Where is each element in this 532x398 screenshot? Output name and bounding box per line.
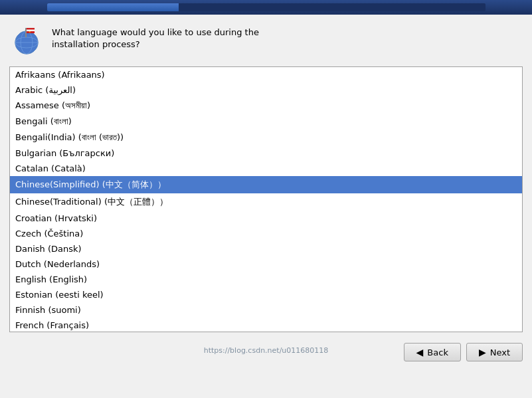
language-item[interactable]: Estonian (eesti keel) xyxy=(10,287,522,302)
language-item[interactable]: Czech (Čeština) xyxy=(10,226,522,241)
back-icon: ◀ xyxy=(416,347,424,357)
next-button[interactable]: ▶ Next xyxy=(466,343,523,361)
next-icon: ▶ xyxy=(479,347,486,357)
top-progress-bar xyxy=(0,0,532,15)
language-item[interactable]: Afrikaans (Afrikaans) xyxy=(10,67,522,82)
language-item[interactable]: Danish (Dansk) xyxy=(10,241,522,256)
language-list[interactable]: Afrikaans (Afrikaans)Arabic (العربية)Ass… xyxy=(10,67,522,332)
language-item[interactable]: Assamese (অসমীয়া) xyxy=(10,98,522,114)
back-label: Back xyxy=(427,348,448,357)
language-item[interactable]: Croatian (Hrvatski) xyxy=(10,211,522,226)
language-item[interactable]: Catalan (Català) xyxy=(10,161,522,176)
language-item[interactable]: French (Français) xyxy=(10,318,522,332)
header-question: What language would you like to use duri… xyxy=(52,24,259,50)
watermark: https://blog.csdn.net/u011680118 xyxy=(204,346,329,355)
language-item[interactable]: Finnish (suomi) xyxy=(10,302,522,318)
language-item[interactable]: Chinese(Simplified) (中文（简体）） xyxy=(10,176,522,193)
next-label: Next xyxy=(490,348,510,357)
language-item[interactable]: Bengali (বাংলা) xyxy=(10,114,522,130)
language-item[interactable]: Bengali(India) (বাংলা (ভারত)) xyxy=(10,130,522,146)
progress-bar-container xyxy=(47,3,486,11)
language-item[interactable]: Arabic (العربية) xyxy=(10,82,522,98)
progress-bar-fill xyxy=(47,3,179,11)
svg-text:★: ★ xyxy=(29,30,31,33)
language-list-container: Afrikaans (Afrikaans)Arabic (العربية)Ass… xyxy=(9,66,523,332)
language-item[interactable]: Bulgarian (Български) xyxy=(10,146,522,161)
language-item[interactable]: Chinese(Traditional) (中文（正體）） xyxy=(10,193,522,211)
language-item[interactable]: Dutch (Nederlands) xyxy=(10,256,522,272)
globe-icon: ★ xyxy=(11,24,43,56)
back-button[interactable]: ◀ Back xyxy=(404,343,461,361)
language-item[interactable]: English (English) xyxy=(10,272,522,287)
header-section: ★ What language would you like to use du… xyxy=(0,15,532,64)
svg-rect-5 xyxy=(25,28,27,37)
bottom-section: https://blog.csdn.net/u011680118 ◀ Back … xyxy=(0,338,532,367)
